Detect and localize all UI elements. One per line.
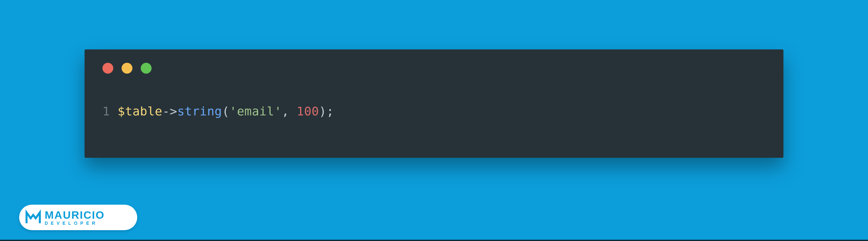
brand-text: MAURICIO DEVELOPER [45,209,105,226]
maximize-icon[interactable] [141,63,152,74]
token-open-paren: ( [222,104,229,118]
token-semicolon: ; [327,104,334,118]
brand-title: MAURICIO [45,209,105,220]
token-variable: $table [118,104,162,118]
brand-badge: MAURICIO DEVELOPER [19,205,137,230]
token-arrow: -> [162,104,178,118]
code-line: 1 $table->string('email', 100); [85,74,783,118]
brand-subtitle: DEVELOPER [45,221,105,226]
line-number: 1 [102,104,110,118]
token-close-paren: ) [319,104,327,118]
minimize-icon[interactable] [122,63,132,74]
token-comma: , [282,104,297,118]
token-number: 100 [297,104,319,118]
close-icon[interactable] [102,63,113,74]
code-window: 1 $table->string('email', 100); [85,49,783,158]
traffic-lights [85,49,783,74]
footer-divider [0,240,868,241]
token-function: string [177,104,222,118]
token-string: 'email' [229,104,282,118]
brand-logo-icon [25,209,41,226]
